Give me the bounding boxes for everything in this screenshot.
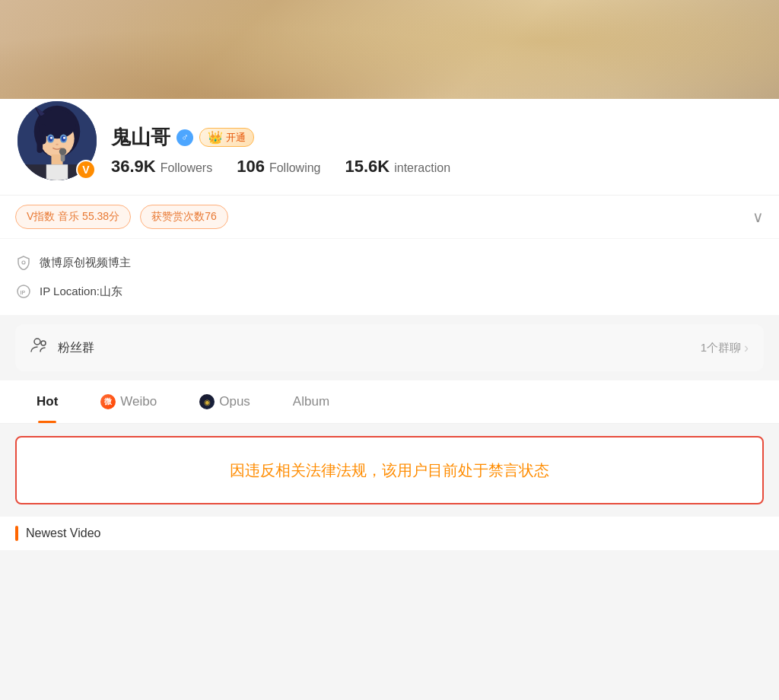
interaction-stat[interactable]: 15.6K interaction <box>345 157 451 177</box>
shield-icon <box>15 254 32 271</box>
tab-hot-label: Hot <box>37 394 58 409</box>
bio-ip-text: IP Location:山东 <box>40 285 122 299</box>
ip-icon: IP <box>15 283 32 300</box>
svg-point-23 <box>34 339 40 345</box>
profile-section: V 鬼山哥 ♂ 👑 开通 36.9K Followers <box>0 99 779 195</box>
following-stat[interactable]: 106 Following <box>237 157 320 177</box>
stats-row: 36.9K Followers 106 Following 15.6K inte… <box>111 157 764 177</box>
ban-notice: 因违反相关法律法规，该用户目前处于禁言状态 <box>15 436 764 504</box>
expand-icon[interactable]: ∨ <box>752 208 764 226</box>
fan-group-label: 粉丝群 <box>58 340 94 356</box>
svg-point-11 <box>50 137 52 139</box>
vip-tag[interactable]: 👑 开通 <box>199 128 254 147</box>
tags-section: V指数 音乐 55.38分 获赞赏次数76 ∨ <box>0 195 779 238</box>
svg-text:IP: IP <box>21 290 26 295</box>
gender-icon: ♂ <box>176 129 193 146</box>
tag-likes: 获赞赏次数76 <box>140 205 228 229</box>
tag-v-index: V指数 音乐 55.38分 <box>15 205 131 229</box>
bio-creator-text: 微博原创视频博主 <box>40 256 131 270</box>
followers-stat[interactable]: 36.9K Followers <box>111 157 212 177</box>
tab-opus-label: Opus <box>219 394 250 409</box>
followers-number: 36.9K <box>111 157 156 177</box>
avatar-wrapper: V <box>15 99 99 183</box>
followers-label: Followers <box>161 161 212 175</box>
profile-header: V 鬼山哥 ♂ 👑 开通 36.9K Followers <box>15 99 764 195</box>
profile-info: 鬼山哥 ♂ 👑 开通 36.9K Followers 106 Following <box>111 124 764 183</box>
tab-weibo[interactable]: 微 Weibo <box>79 380 178 423</box>
name-row: 鬼山哥 ♂ 👑 开通 <box>111 124 764 151</box>
tab-weibo-label: Weibo <box>120 394 157 409</box>
svg-point-12 <box>63 137 65 139</box>
vip-badge: V <box>76 160 96 180</box>
svg-point-13 <box>56 144 59 145</box>
fan-group-icon <box>30 336 49 359</box>
following-label: Following <box>269 161 321 175</box>
vip-label: 开通 <box>226 131 246 145</box>
bio-section: 微博原创视频博主 IP IP Location:山东 <box>0 238 779 315</box>
interaction-number: 15.6K <box>345 157 390 177</box>
ban-notice-text: 因违反相关法律法规，该用户目前处于禁言状态 <box>230 462 549 479</box>
newest-video-label: Newest Video <box>26 527 100 540</box>
newest-video-section: Newest Video <box>0 517 779 550</box>
username: 鬼山哥 <box>111 124 170 151</box>
bio-item-ip: IP IP Location:山东 <box>15 277 764 306</box>
chevron-right-icon: › <box>744 340 749 356</box>
fan-group-count: 1个群聊 › <box>701 340 749 356</box>
tab-album[interactable]: Album <box>272 380 351 423</box>
bio-item-creator: 微博原创视频博主 <box>15 248 764 277</box>
svg-rect-16 <box>46 164 68 180</box>
opus-icon: ◉ <box>199 394 215 409</box>
tab-hot[interactable]: Hot <box>15 380 79 423</box>
svg-point-19 <box>59 148 66 154</box>
svg-point-20 <box>22 261 25 264</box>
newest-video-indicator <box>15 526 18 541</box>
interaction-label: interaction <box>394 161 450 175</box>
svg-rect-17 <box>37 132 43 153</box>
tab-album-label: Album <box>293 394 329 409</box>
tab-opus[interactable]: ◉ Opus <box>178 380 272 423</box>
crown-icon: 👑 <box>208 130 223 145</box>
fan-group-section[interactable]: 粉丝群 1个群聊 › <box>15 324 764 371</box>
weibo-icon: 微 <box>100 394 116 409</box>
svg-point-24 <box>41 341 46 345</box>
tabs-section: Hot 微 Weibo ◉ Opus Album <box>0 380 779 424</box>
following-number: 106 <box>237 157 265 177</box>
